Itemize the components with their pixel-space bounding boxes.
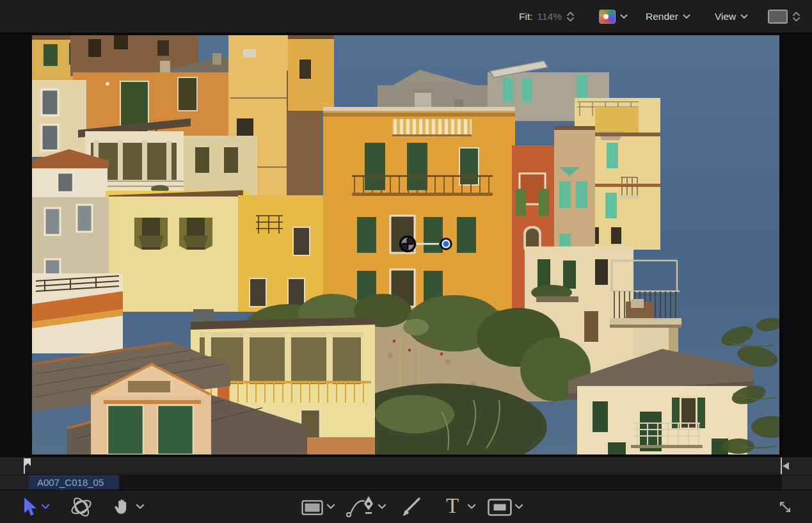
mini-timeline-ruler[interactable]: [0, 456, 812, 475]
view-label: View: [715, 11, 736, 22]
render-label: Render: [646, 11, 678, 22]
text-tool-button[interactable]: T: [446, 495, 459, 517]
clip-label[interactable]: A007_C018_05: [29, 475, 119, 490]
zoom-value: 114%: [537, 11, 562, 22]
resize-canvas-button[interactable]: [776, 497, 795, 517]
render-dropdown[interactable]: Render: [646, 0, 690, 33]
motion-canvas-window: Fit: 114% Render View: [0, 0, 812, 523]
timeline-end-icon[interactable]: [777, 458, 791, 474]
rectangle-tool-chevron[interactable]: [326, 504, 335, 510]
select-tool-button[interactable]: [22, 497, 37, 517]
display-selector[interactable]: [768, 0, 800, 33]
select-tool-chevron[interactable]: [41, 504, 50, 510]
chevron-down-icon: [620, 14, 628, 19]
pan-tool-button[interactable]: [113, 497, 132, 516]
text-tool-chevron[interactable]: [467, 504, 476, 510]
transform-overlay: [32, 35, 779, 455]
color-channels-dropdown[interactable]: [599, 0, 628, 33]
color-channels-icon[interactable]: [599, 10, 616, 24]
pan-tool-chevron[interactable]: [136, 504, 145, 510]
timeline-clip[interactable]: A007_C018_05: [29, 475, 782, 490]
canvas-toolbar: Fit: 114% Render View: [0, 0, 812, 33]
fit-label: Fit:: [519, 11, 533, 22]
bezier-tool-chevron[interactable]: [378, 504, 386, 510]
image-mask-tool-button[interactable]: [488, 499, 512, 516]
chevron-down-icon: [683, 14, 690, 19]
rectangle-tool-button[interactable]: [301, 500, 323, 515]
up-down-chevrons-icon: [792, 11, 800, 22]
position-handle[interactable]: [441, 239, 451, 249]
view-dropdown[interactable]: View: [715, 0, 748, 33]
canvas-area: [0, 33, 812, 456]
orbit-tool-button[interactable]: [69, 495, 93, 519]
zoom-level-dropdown[interactable]: Fit: 114%: [519, 0, 575, 33]
chevron-down-icon: [740, 14, 748, 19]
display-icon[interactable]: [768, 10, 788, 24]
image-mask-tool-chevron[interactable]: [514, 504, 523, 510]
tool-bar: T: [0, 490, 812, 523]
bezier-tool-button[interactable]: [346, 495, 375, 519]
viewer-frame: [32, 35, 779, 455]
anchor-point-handle[interactable]: [401, 237, 415, 252]
up-down-chevrons-icon[interactable]: [566, 11, 575, 22]
mini-timeline: A007_C018_05: [0, 474, 812, 490]
marker-flag-icon[interactable]: [22, 458, 33, 474]
paint-stroke-tool-button[interactable]: [401, 496, 423, 517]
